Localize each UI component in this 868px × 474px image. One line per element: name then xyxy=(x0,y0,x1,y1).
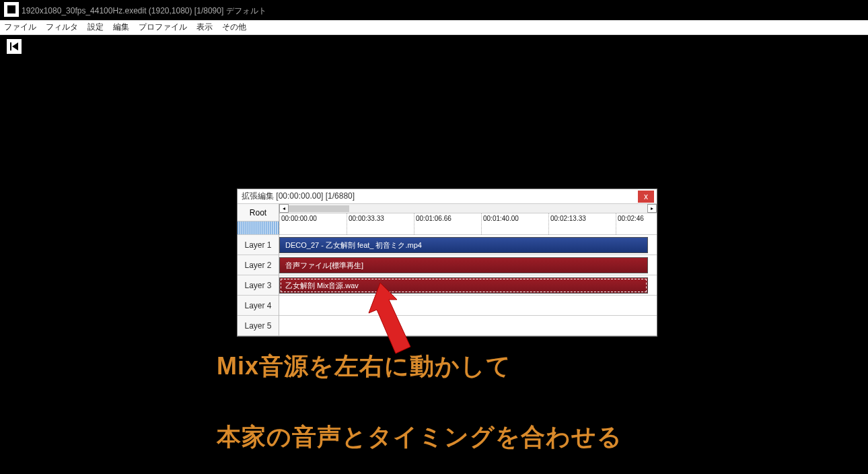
ruler-tick: 00:00:33.33 xyxy=(347,213,384,234)
track-4[interactable] xyxy=(279,296,657,316)
ruler-tick: 00:01:06.66 xyxy=(414,213,451,234)
go-start-button[interactable] xyxy=(7,39,22,54)
annotation-caption-1: Mix音源を左右に動かして xyxy=(217,350,511,383)
layer-label-5[interactable]: Layer 5 xyxy=(238,316,279,336)
scroll-right-icon[interactable]: ▸ xyxy=(647,204,657,213)
menu-setting[interactable]: 設定 xyxy=(87,22,104,33)
app-icon xyxy=(4,2,19,17)
menu-other[interactable]: その他 xyxy=(222,22,246,33)
clip-audio-original[interactable]: 音声ファイル[標準再生] xyxy=(279,257,648,273)
layer-label-3[interactable]: Layer 3 xyxy=(238,275,279,296)
scroll-thumb[interactable] xyxy=(289,205,349,212)
clip-video[interactable]: DECO_27 - 乙女解剖 feat_ 初音ミク.mp4 xyxy=(279,237,648,253)
close-button[interactable]: x xyxy=(638,191,654,203)
svg-marker-2 xyxy=(12,42,18,50)
track-5[interactable] xyxy=(279,316,657,336)
timeline-label-column: Root Layer 1 Layer 2 Layer 3 Layer 4 Lay… xyxy=(238,204,279,336)
menu-profile[interactable]: プロファイル xyxy=(139,22,187,33)
ruler-tick: 00:00:00.00 xyxy=(279,213,317,234)
timeline-scrollbar[interactable]: ◂ ▸ xyxy=(279,204,657,213)
layer-label-2[interactable]: Layer 2 xyxy=(238,255,279,275)
menu-filter[interactable]: フィルタ xyxy=(46,22,78,33)
timeline-titlebar[interactable]: 拡張編集 [00:00:00.00] [1/6880] x xyxy=(238,189,657,204)
clip-audio-mix[interactable]: 乙女解剖 Mix音源.wav xyxy=(279,277,648,294)
track-3[interactable]: 乙女解剖 Mix音源.wav xyxy=(279,275,657,296)
ruler-tick: 00:02:46 xyxy=(616,213,644,234)
time-ruler[interactable]: 00:00:00.00 00:00:33.33 00:01:06.66 00:0… xyxy=(279,213,657,235)
layer-label-4[interactable]: Layer 4 xyxy=(238,296,279,316)
annotation-caption-2: 本家の音声とタイミングを合わせる xyxy=(217,421,622,454)
menu-edit[interactable]: 編集 xyxy=(113,22,129,33)
menu-file[interactable]: ファイル xyxy=(4,22,36,33)
timeline-window: 拡張編集 [00:00:00.00] [1/6880] x Root Layer… xyxy=(237,189,657,337)
timeline-tracks: ◂ ▸ 00:00:00.00 00:00:33.33 00:01:06.66 … xyxy=(279,204,657,336)
layer-label-1[interactable]: Layer 1 xyxy=(238,235,279,255)
ruler-tick: 00:01:40.00 xyxy=(481,213,519,234)
root-label[interactable]: Root xyxy=(238,204,279,222)
zoom-scale[interactable] xyxy=(238,222,279,235)
svg-rect-1 xyxy=(10,42,11,50)
scroll-left-icon[interactable]: ◂ xyxy=(279,204,289,213)
svg-rect-0 xyxy=(7,5,15,13)
main-menubar: ファイル フィルタ 設定 編集 プロファイル 表示 その他 xyxy=(0,20,868,35)
track-2[interactable]: 音声ファイル[標準再生] xyxy=(279,255,657,275)
menu-view[interactable]: 表示 xyxy=(196,22,213,33)
window-title: 1920x1080_30fps_44100Hz.exedit (1920,108… xyxy=(22,5,266,17)
ruler-tick: 00:02:13.33 xyxy=(548,213,586,234)
timeline-title: 拡張編集 [00:00:00.00] [1/6880] xyxy=(242,191,355,202)
track-1[interactable]: DECO_27 - 乙女解剖 feat_ 初音ミク.mp4 xyxy=(279,235,657,255)
